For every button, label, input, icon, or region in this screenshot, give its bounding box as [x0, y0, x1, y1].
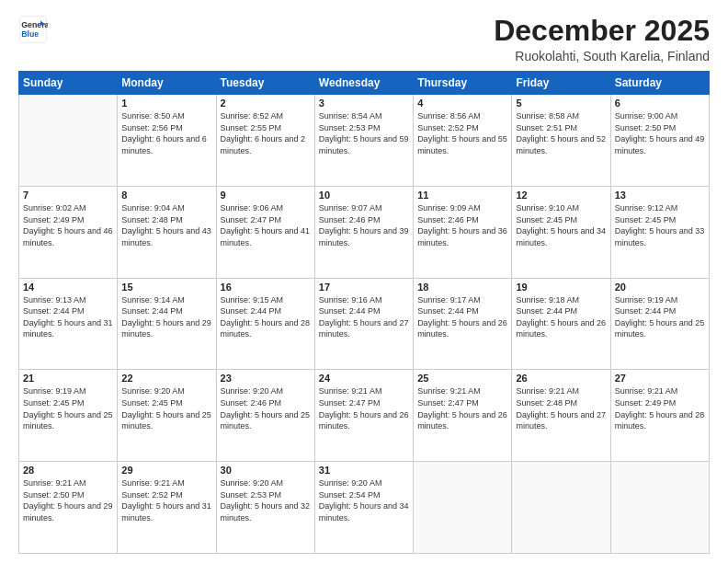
weekday-header-cell: Monday: [118, 72, 216, 95]
day-number: 22: [121, 373, 211, 384]
day-info: Sunrise: 9:02 AMSunset: 2:49 PMDaylight:…: [23, 202, 113, 248]
calendar-body: 1Sunrise: 8:50 AMSunset: 2:56 PMDaylight…: [19, 95, 710, 554]
day-info: Sunrise: 9:18 AMSunset: 2:44 PMDaylight:…: [516, 294, 606, 340]
day-info: Sunrise: 9:21 AMSunset: 2:50 PMDaylight:…: [23, 477, 113, 523]
day-info: Sunrise: 8:54 AMSunset: 2:53 PMDaylight:…: [319, 110, 409, 156]
calendar-cell: 6Sunrise: 9:00 AMSunset: 2:50 PMDaylight…: [610, 95, 709, 187]
logo-icon: General Blue: [18, 15, 48, 44]
day-info: Sunrise: 9:13 AMSunset: 2:44 PMDaylight:…: [23, 294, 113, 340]
day-number: 26: [516, 373, 606, 384]
day-info: Sunrise: 9:19 AMSunset: 2:45 PMDaylight:…: [23, 385, 113, 431]
calendar-cell: [414, 462, 512, 554]
calendar-cell: 25Sunrise: 9:21 AMSunset: 2:47 PMDayligh…: [414, 370, 512, 462]
day-info: Sunrise: 9:21 AMSunset: 2:47 PMDaylight:…: [319, 385, 409, 431]
day-info: Sunrise: 9:20 AMSunset: 2:54 PMDaylight:…: [319, 477, 409, 523]
day-number: 7: [23, 190, 113, 201]
calendar-cell: [512, 462, 610, 554]
day-number: 18: [417, 282, 507, 293]
day-info: Sunrise: 9:20 AMSunset: 2:45 PMDaylight:…: [121, 385, 211, 431]
day-number: 8: [121, 190, 211, 201]
calendar-cell: 7Sunrise: 9:02 AMSunset: 2:49 PMDaylight…: [19, 186, 118, 278]
day-info: Sunrise: 9:00 AMSunset: 2:50 PMDaylight:…: [615, 110, 705, 156]
day-info: Sunrise: 9:09 AMSunset: 2:46 PMDaylight:…: [417, 202, 507, 248]
calendar-week-row: 21Sunrise: 9:19 AMSunset: 2:45 PMDayligh…: [19, 370, 710, 462]
weekday-header-cell: Thursday: [414, 72, 512, 95]
day-number: 1: [121, 98, 211, 109]
day-number: 3: [319, 98, 409, 109]
day-number: 10: [319, 190, 409, 201]
calendar-cell: 17Sunrise: 9:16 AMSunset: 2:44 PMDayligh…: [314, 278, 413, 370]
calendar-cell: 15Sunrise: 9:14 AMSunset: 2:44 PMDayligh…: [118, 278, 216, 370]
calendar-cell: 4Sunrise: 8:56 AMSunset: 2:52 PMDaylight…: [414, 95, 512, 187]
day-info: Sunrise: 8:58 AMSunset: 2:51 PMDaylight:…: [516, 110, 606, 156]
day-number: 11: [417, 190, 507, 201]
day-info: Sunrise: 9:10 AMSunset: 2:45 PMDaylight:…: [516, 202, 606, 248]
calendar-cell: 13Sunrise: 9:12 AMSunset: 2:45 PMDayligh…: [610, 186, 709, 278]
calendar-cell: 29Sunrise: 9:21 AMSunset: 2:52 PMDayligh…: [118, 462, 216, 554]
weekday-header-cell: Wednesday: [314, 72, 413, 95]
calendar-week-row: 28Sunrise: 9:21 AMSunset: 2:50 PMDayligh…: [19, 462, 710, 554]
calendar-week-row: 14Sunrise: 9:13 AMSunset: 2:44 PMDayligh…: [19, 278, 710, 370]
calendar-week-row: 1Sunrise: 8:50 AMSunset: 2:56 PMDaylight…: [19, 95, 710, 187]
calendar-cell: 11Sunrise: 9:09 AMSunset: 2:46 PMDayligh…: [414, 186, 512, 278]
calendar-cell: 23Sunrise: 9:20 AMSunset: 2:46 PMDayligh…: [216, 370, 314, 462]
calendar-cell: 10Sunrise: 9:07 AMSunset: 2:46 PMDayligh…: [314, 186, 413, 278]
main-title: December 2025: [494, 15, 710, 47]
calendar-cell: 30Sunrise: 9:20 AMSunset: 2:53 PMDayligh…: [216, 462, 314, 554]
day-number: 2: [221, 98, 311, 109]
calendar-cell: 19Sunrise: 9:18 AMSunset: 2:44 PMDayligh…: [512, 278, 610, 370]
day-info: Sunrise: 9:16 AMSunset: 2:44 PMDaylight:…: [319, 294, 409, 340]
day-info: Sunrise: 9:17 AMSunset: 2:44 PMDaylight:…: [417, 294, 507, 340]
calendar-cell: 12Sunrise: 9:10 AMSunset: 2:45 PMDayligh…: [512, 186, 610, 278]
day-info: Sunrise: 9:21 AMSunset: 2:48 PMDaylight:…: [516, 385, 606, 431]
weekday-header-cell: Friday: [512, 72, 610, 95]
day-number: 5: [516, 98, 606, 109]
calendar-cell: 24Sunrise: 9:21 AMSunset: 2:47 PMDayligh…: [314, 370, 413, 462]
calendar-table: SundayMondayTuesdayWednesdayThursdayFrid…: [18, 71, 710, 554]
calendar-cell: 2Sunrise: 8:52 AMSunset: 2:55 PMDaylight…: [216, 95, 314, 187]
calendar-cell: 3Sunrise: 8:54 AMSunset: 2:53 PMDaylight…: [314, 95, 413, 187]
day-number: 27: [615, 373, 705, 384]
day-info: Sunrise: 9:21 AMSunset: 2:47 PMDaylight:…: [417, 385, 507, 431]
day-info: Sunrise: 8:52 AMSunset: 2:55 PMDaylight:…: [221, 110, 311, 156]
day-number: 16: [221, 282, 311, 293]
calendar-cell: 5Sunrise: 8:58 AMSunset: 2:51 PMDaylight…: [512, 95, 610, 187]
day-info: Sunrise: 8:56 AMSunset: 2:52 PMDaylight:…: [417, 110, 507, 156]
day-info: Sunrise: 9:20 AMSunset: 2:46 PMDaylight:…: [221, 385, 311, 431]
calendar-cell: [19, 95, 118, 187]
calendar-cell: 1Sunrise: 8:50 AMSunset: 2:56 PMDaylight…: [118, 95, 216, 187]
svg-text:General: General: [21, 20, 48, 29]
day-number: 28: [23, 465, 113, 476]
subtitle: Ruokolahti, South Karelia, Finland: [494, 49, 710, 63]
day-number: 12: [516, 190, 606, 201]
calendar-cell: 21Sunrise: 9:19 AMSunset: 2:45 PMDayligh…: [19, 370, 118, 462]
day-info: Sunrise: 9:07 AMSunset: 2:46 PMDaylight:…: [319, 202, 409, 248]
day-number: 6: [615, 98, 705, 109]
calendar-cell: 8Sunrise: 9:04 AMSunset: 2:48 PMDaylight…: [118, 186, 216, 278]
weekday-header-row: SundayMondayTuesdayWednesdayThursdayFrid…: [19, 72, 710, 95]
day-number: 17: [319, 282, 409, 293]
calendar-cell: 20Sunrise: 9:19 AMSunset: 2:44 PMDayligh…: [610, 278, 709, 370]
calendar-cell: 16Sunrise: 9:15 AMSunset: 2:44 PMDayligh…: [216, 278, 314, 370]
day-info: Sunrise: 9:21 AMSunset: 2:52 PMDaylight:…: [121, 477, 211, 523]
day-number: 9: [221, 190, 311, 201]
day-number: 13: [615, 190, 705, 201]
day-number: 4: [417, 98, 507, 109]
day-number: 14: [23, 282, 113, 293]
day-number: 21: [23, 373, 113, 384]
calendar-cell: 9Sunrise: 9:06 AMSunset: 2:47 PMDaylight…: [216, 186, 314, 278]
page: General Blue December 2025 Ruokolahti, S…: [0, 0, 728, 563]
day-number: 31: [319, 465, 409, 476]
weekday-header-cell: Sunday: [19, 72, 118, 95]
weekday-header-cell: Tuesday: [216, 72, 314, 95]
svg-text:Blue: Blue: [21, 29, 39, 39]
day-number: 20: [615, 282, 705, 293]
calendar-cell: 31Sunrise: 9:20 AMSunset: 2:54 PMDayligh…: [314, 462, 413, 554]
calendar-cell: 22Sunrise: 9:20 AMSunset: 2:45 PMDayligh…: [118, 370, 216, 462]
weekday-header-cell: Saturday: [610, 72, 709, 95]
day-number: 15: [121, 282, 211, 293]
title-block: December 2025 Ruokolahti, South Karelia,…: [494, 15, 710, 63]
header: General Blue December 2025 Ruokolahti, S…: [18, 15, 710, 63]
day-info: Sunrise: 9:21 AMSunset: 2:49 PMDaylight:…: [615, 385, 705, 431]
calendar-cell: 27Sunrise: 9:21 AMSunset: 2:49 PMDayligh…: [610, 370, 709, 462]
